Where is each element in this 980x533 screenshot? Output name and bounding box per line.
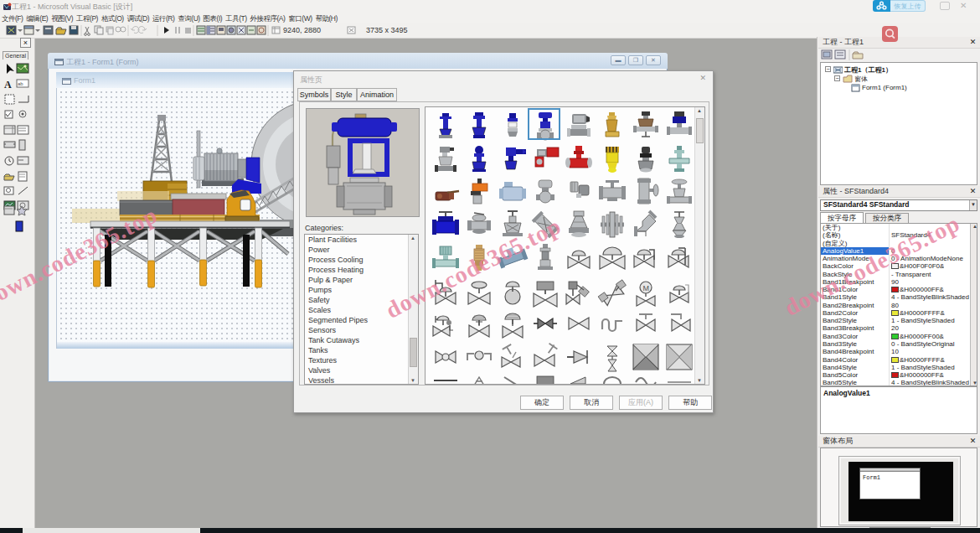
- svg-text:ab: ab: [18, 81, 23, 86]
- svg-text:M: M: [643, 284, 650, 292]
- svg-text:9240, 2880: 9240, 2880: [283, 26, 321, 34]
- svg-text:A: A: [4, 79, 12, 91]
- svg-text:3735 x 3495: 3735 x 3495: [366, 26, 408, 34]
